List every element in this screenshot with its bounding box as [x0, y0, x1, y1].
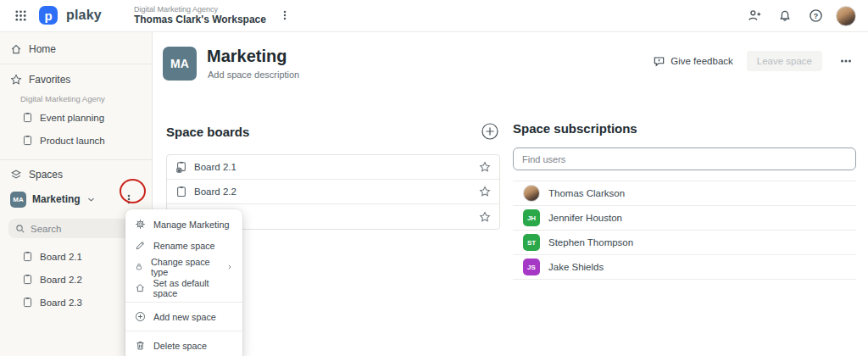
space-name: Marketing — [32, 193, 81, 205]
menu-item-set-default-space[interactable]: Set as default space — [125, 277, 242, 298]
board-icon — [22, 135, 33, 146]
sidebar-section-favorites[interactable]: Favorites — [0, 68, 152, 92]
notifications-bell-icon[interactable] — [775, 6, 795, 26]
board-row-2-2[interactable]: Board 2.2 — [167, 180, 499, 204]
board-label: Board 2.3 — [40, 298, 82, 308]
user-row-jennifer-houston[interactable]: JH Jennifer Houston — [513, 206, 856, 231]
board-label: Product launch — [40, 136, 105, 146]
workspace-kebab-icon[interactable] — [275, 5, 295, 25]
board-icon — [22, 297, 33, 308]
sidebar-item-product-launch[interactable]: Product launch — [0, 129, 152, 152]
board-label: Event planning — [40, 113, 104, 123]
leave-space-button[interactable]: Leave space — [747, 51, 822, 71]
lock-icon — [135, 261, 143, 272]
user-name: Jennifer Houston — [548, 213, 622, 223]
board-row-2-1[interactable]: Board 2.1 — [167, 155, 499, 180]
space-subscriptions-section: Space subscriptions Thomas Clarkson JH J… — [513, 121, 856, 280]
menu-item-label: Add new space — [153, 312, 216, 322]
space-description-placeholder[interactable]: Add space description — [208, 70, 299, 80]
chevron-down-icon — [86, 195, 96, 204]
favorites-group-label: Digital Marketing Ageny — [0, 92, 152, 106]
top-bar: p plaky Digital Marketing Agency Thomas … — [0, 0, 868, 32]
home-icon — [10, 43, 22, 55]
give-feedback-label: Give feedback — [670, 56, 733, 66]
board-name: Board 2.1 — [194, 162, 236, 172]
home-icon — [135, 282, 146, 293]
invite-user-icon[interactable] — [744, 6, 765, 26]
menu-item-delete-space[interactable]: Delete space — [125, 335, 242, 356]
trash-icon — [135, 340, 146, 351]
plus-circle-icon — [135, 311, 146, 322]
menu-item-label: Delete space — [153, 341, 207, 351]
board-icon — [175, 186, 187, 197]
more-options-icon[interactable] — [836, 51, 856, 71]
subscribed-users-list: Thomas Clarkson JH Jennifer Houston ST S… — [513, 181, 856, 280]
sidebar-item-home[interactable]: Home — [0, 37, 152, 61]
star-icon — [10, 74, 22, 86]
favorite-star-icon[interactable] — [479, 211, 491, 223]
user-avatar-photo[interactable] — [836, 6, 856, 26]
sidebar-favorites-label: Favorites — [29, 74, 70, 86]
space-options-menu: Manage Marketing Rename space Change spa… — [125, 209, 242, 356]
chevron-right-icon — [226, 263, 233, 271]
workspace-switcher[interactable]: Digital Marketing Agency Thomas Clark's … — [134, 5, 266, 25]
user-name: Thomas Clarkson — [548, 188, 625, 198]
give-feedback-button[interactable]: Give feedback — [653, 55, 733, 68]
board-label: Board 2.2 — [40, 275, 82, 285]
gear-icon — [135, 219, 146, 230]
user-name: Stephen Thompson — [548, 237, 633, 248]
space-subscriptions-heading: Space subscriptions — [513, 121, 856, 136]
space-options-kebab-icon[interactable] — [121, 192, 136, 207]
favorite-star-icon[interactable] — [479, 161, 491, 173]
menu-item-label: Rename space — [153, 241, 215, 251]
menu-item-label: Manage Marketing — [153, 220, 229, 230]
help-icon[interactable]: ? — [805, 6, 826, 26]
plaky-logo[interactable]: p — [39, 6, 58, 25]
space-avatar-large: MA — [163, 47, 197, 81]
find-users-input[interactable] — [522, 154, 847, 164]
sidebar-item-event-planning[interactable]: Event planning — [0, 106, 152, 129]
sidebar-home-label: Home — [29, 43, 56, 55]
menu-item-label: Set as default space — [153, 278, 233, 298]
search-icon — [15, 224, 25, 234]
apps-grid-icon[interactable] — [10, 5, 31, 25]
menu-divider — [125, 331, 242, 331]
user-avatar-initials: JH — [523, 209, 540, 226]
spaces-icon — [10, 169, 22, 181]
user-row-stephen-thompson[interactable]: ST Stephen Thompson — [513, 231, 856, 255]
board-label: Board 2.1 — [40, 252, 82, 262]
sidebar-section-spaces[interactable]: Spaces — [0, 163, 152, 186]
divider — [0, 159, 152, 160]
divider — [0, 64, 152, 64]
sidebar-space-marketing[interactable]: MA Marketing — [0, 186, 152, 212]
menu-item-change-space-type[interactable]: Change space type — [125, 256, 242, 277]
board-icon — [22, 251, 33, 262]
menu-divider — [125, 302, 242, 303]
board-lock-icon — [175, 161, 187, 173]
pencil-icon — [135, 240, 146, 251]
space-avatar: MA — [10, 192, 26, 208]
page-title: Marketing — [207, 47, 287, 66]
user-row-thomas-clarkson[interactable]: Thomas Clarkson — [513, 181, 856, 206]
sidebar-search[interactable] — [8, 219, 143, 238]
search-input[interactable] — [31, 224, 124, 234]
favorite-star-icon[interactable] — [479, 186, 491, 197]
plaky-app: p plaky Digital Marketing Agency Thomas … — [0, 0, 868, 356]
add-board-button[interactable] — [480, 121, 500, 142]
user-avatar-initials: ST — [523, 234, 540, 251]
board-icon — [22, 112, 33, 123]
space-boards-heading: Space boards — [166, 125, 249, 139]
svg-text:?: ? — [813, 12, 818, 20]
menu-item-add-new-space[interactable]: Add new space — [125, 306, 242, 327]
board-icon — [22, 274, 33, 285]
user-name: Jake Shields — [548, 262, 604, 272]
user-row-jake-shields[interactable]: JS Jake Shields — [513, 255, 856, 280]
find-users-field[interactable] — [513, 147, 856, 170]
menu-item-manage-marketing[interactable]: Manage Marketing — [125, 214, 242, 235]
menu-item-rename-space[interactable]: Rename space — [125, 235, 242, 256]
menu-item-label: Change space type — [151, 257, 211, 277]
workspace-name: Thomas Clark's Workspace — [134, 14, 266, 26]
main-content: MA Marketing Add space description Give … — [153, 32, 868, 356]
board-name: Board 2.2 — [194, 186, 236, 197]
user-avatar-initials: JS — [523, 259, 540, 275]
